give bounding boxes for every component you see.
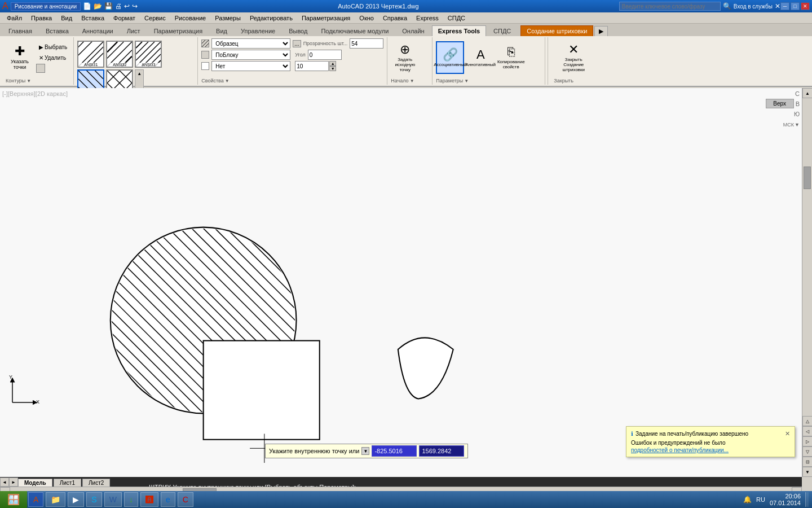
tab-home[interactable]: Главная: [2, 25, 38, 36]
search-icon[interactable]: 🔍: [723, 2, 731, 10]
properties-group-label[interactable]: Свойства ▼: [201, 78, 383, 84]
none-dropdown[interactable]: Нет: [211, 61, 290, 71]
tab-online[interactable]: Онлайн: [396, 25, 430, 36]
tab-more-btn[interactable]: ▶: [594, 26, 608, 36]
taskbar-download[interactable]: ↓: [124, 492, 138, 507]
close-hatch-btn[interactable]: ✕ Закрыть Создание штриховки: [554, 41, 593, 74]
quick-access-dropdown[interactable]: Рисование и аннотации: [11, 2, 81, 11]
vscroll-down-btn[interactable]: ▼: [802, 467, 812, 477]
menu-draw[interactable]: Рисование: [170, 14, 210, 23]
tab-view[interactable]: Вид: [210, 25, 233, 36]
drawing-canvas[interactable]: [0, 88, 802, 477]
hatch-ansi32[interactable]: ANSI32: [106, 41, 133, 68]
properties-dropdown-arrow[interactable]: ▼: [225, 78, 230, 84]
vscroll-up-btn[interactable]: ▲: [802, 88, 812, 98]
viewport[interactable]: [-][Верхняя][2D каркас]: [0, 88, 802, 477]
byblock-dropdown[interactable]: ПоБлоку: [211, 50, 290, 60]
associative-btn[interactable]: 🔗 Ассоциативный: [436, 41, 464, 74]
save-icon[interactable]: 💾: [104, 2, 113, 10]
tab-scroll-left[interactable]: ◄: [0, 478, 9, 487]
vscroll[interactable]: ▲ △ ◁ ▷ ▽ ⊡ ▼: [802, 88, 812, 477]
taskbar-asc[interactable]: 🅰: [140, 492, 158, 507]
scale-down-btn[interactable]: ▼: [329, 66, 336, 71]
parameters-group-label[interactable]: Параметры ▼: [436, 78, 541, 84]
pan-left-btn[interactable]: ◁: [802, 426, 812, 436]
restore-btn[interactable]: □: [791, 2, 800, 10]
contours-extra-btn[interactable]: [36, 64, 45, 73]
scale-up-btn[interactable]: ▲: [329, 61, 336, 66]
taskbar-word[interactable]: W: [104, 492, 122, 507]
tab-annotations[interactable]: Аннотации: [76, 25, 120, 36]
coord-y-input[interactable]: [419, 445, 464, 457]
redo-icon[interactable]: ↪: [132, 2, 138, 10]
pattern-dropdown[interactable]: Образец: [211, 38, 290, 49]
tab-create-hatch[interactable]: Создание штриховки: [520, 25, 593, 36]
search-input[interactable]: [619, 2, 721, 11]
tab-express-tools[interactable]: Express Tools: [432, 25, 486, 36]
pattern-more-btn[interactable]: ...: [293, 40, 301, 47]
hatch-ansi33[interactable]: ANSI33: [135, 41, 162, 68]
undo-icon[interactable]: ↩: [124, 2, 130, 10]
menu-edit[interactable]: Правка: [27, 14, 56, 23]
taskbar-media[interactable]: ▶: [68, 492, 84, 507]
tab-sheet2[interactable]: Лист2: [82, 479, 110, 487]
tab-sheet[interactable]: Лист: [121, 25, 147, 36]
select-btn[interactable]: ▶ Выбрать: [36, 42, 70, 52]
menu-service[interactable]: Сервис: [140, 14, 170, 23]
close-group-label[interactable]: Закрыть: [554, 78, 593, 84]
contours-dropdown-arrow[interactable]: ▼: [27, 78, 31, 84]
vc-msk-arrow[interactable]: ▼: [795, 122, 800, 128]
menu-modify[interactable]: Редактировать: [245, 14, 297, 23]
open-icon[interactable]: 📂: [94, 2, 102, 10]
close-btn[interactable]: ✕: [801, 2, 810, 10]
tab-parametrize[interactable]: Параметризация: [148, 25, 209, 36]
minimize-btn[interactable]: ─: [780, 2, 789, 10]
menu-dimensions[interactable]: Размеры: [210, 14, 245, 23]
tab-insert[interactable]: Вставка: [39, 25, 75, 36]
tab-model[interactable]: Модель: [18, 479, 52, 487]
zoom-btn[interactable]: ⊡: [802, 457, 812, 467]
notif-close-btn[interactable]: ✕: [785, 430, 790, 437]
taskbar-autocad[interactable]: A: [28, 492, 43, 507]
menu-help[interactable]: Справка: [378, 14, 412, 23]
tab-plugins[interactable]: Подключаемые модули: [315, 25, 395, 36]
specify-points-btn[interactable]: ✚ Указать точки: [6, 41, 34, 74]
start-dropdown-arrow[interactable]: ▼: [410, 78, 414, 84]
tab-scroll-right[interactable]: ►: [9, 478, 18, 487]
annotative-btn[interactable]: A Аннотативный: [466, 41, 495, 74]
menu-window[interactable]: Окно: [355, 14, 378, 23]
signin-btn[interactable]: Вход в службы: [734, 3, 773, 10]
tab-sheet1[interactable]: Лист1: [54, 479, 81, 487]
pan-up-btn[interactable]: △: [802, 416, 812, 426]
print-icon[interactable]: 🖨: [115, 2, 122, 10]
hatch-ansi31[interactable]: ANSI31: [77, 41, 104, 68]
pan-right-btn[interactable]: ▷: [802, 436, 812, 446]
menu-spds[interactable]: СПДС: [443, 14, 470, 23]
start-group-label[interactable]: Начало ▼: [391, 78, 429, 84]
taskbar-antivirus[interactable]: C: [178, 492, 193, 507]
menu-view[interactable]: Вид: [56, 14, 77, 23]
tab-output[interactable]: Вывод: [283, 25, 314, 36]
parameters-dropdown-arrow[interactable]: ▼: [464, 78, 469, 84]
pan-down-btn[interactable]: ▽: [802, 446, 812, 457]
menu-format[interactable]: Формат: [109, 14, 140, 23]
start-button[interactable]: 🪟: [0, 491, 27, 508]
menu-file[interactable]: Файл: [2, 14, 27, 23]
angle-input[interactable]: [308, 50, 342, 60]
contours-group-label[interactable]: Контуры ▼: [6, 78, 70, 84]
copy-props-btn[interactable]: ⎘ Копирование свойств: [497, 41, 525, 74]
transparency-input[interactable]: [350, 38, 383, 49]
coord-x-input[interactable]: [372, 445, 417, 457]
notif-link[interactable]: подробностей о печати/публикации...: [631, 447, 729, 453]
scale-input[interactable]: [295, 61, 329, 71]
tab-manage[interactable]: Управление: [235, 25, 281, 36]
set-origin-btn[interactable]: ⊕ Задать исходную точку: [391, 41, 419, 74]
vscroll-thumb[interactable]: [804, 167, 811, 189]
new-icon[interactable]: 📄: [83, 2, 91, 10]
taskbar-skype[interactable]: S: [86, 492, 102, 507]
menu-insert[interactable]: Вставка: [77, 14, 109, 23]
show-desktop-btn[interactable]: [805, 492, 809, 507]
tab-spds[interactable]: СПДС: [487, 25, 517, 36]
taskbar-ie[interactable]: e: [161, 492, 175, 507]
delete-btn[interactable]: ✕ Удалить: [36, 53, 70, 63]
